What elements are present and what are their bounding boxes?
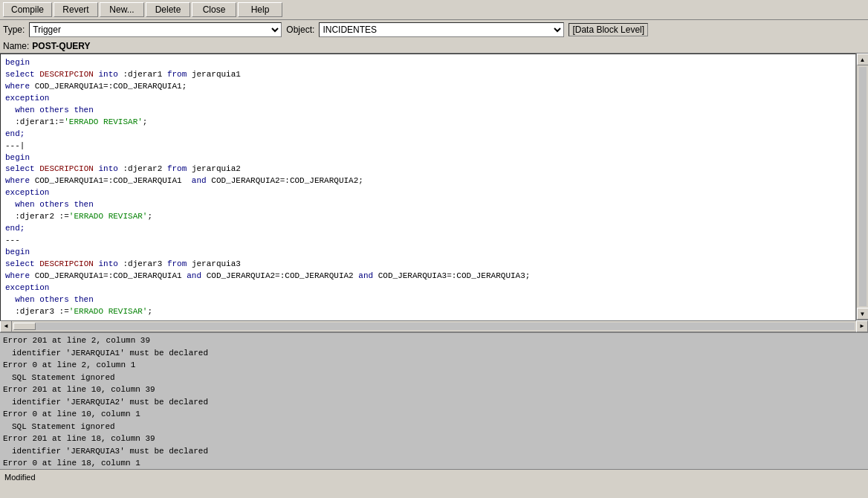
compile-button[interactable]: Compile: [3, 2, 52, 17]
scroll-left-arrow[interactable]: ◄: [0, 320, 12, 332]
error-detail: identifier 'JERARQUIA3' must be declared: [3, 445, 865, 458]
hscroll-track: [13, 323, 855, 330]
hscroll-thumb[interactable]: [13, 323, 36, 330]
delete-button[interactable]: Delete: [146, 2, 190, 17]
scroll-down-arrow[interactable]: ▼: [857, 308, 869, 320]
error-line: Error 0 at line 2, column 1: [3, 359, 865, 372]
error-detail: SQL Statement ignored: [3, 421, 865, 433]
vscroll-track: [859, 67, 867, 306]
type-label: Type:: [3, 25, 25, 35]
revert-button[interactable]: Revert: [54, 2, 98, 17]
close-button[interactable]: Close: [192, 2, 236, 17]
code-editor[interactable]: begin select DESCRIPCION into :djerar1 f…: [0, 54, 856, 321]
error-line: Error 201 at line 10, column 39: [3, 384, 865, 396]
error-line: Error 201 at line 2, column 39: [3, 334, 865, 347]
error-detail: identifier 'JERARQUIA2' must be declared: [3, 396, 865, 409]
error-line: Error 201 at line 18, column 39: [3, 433, 865, 445]
name-label: Name:: [3, 41, 29, 51]
new-button[interactable]: New...: [100, 2, 144, 17]
error-detail: SQL Statement ignored: [3, 372, 865, 384]
code-content: begin select DESCRIPCION into :djerar1 f…: [1, 54, 855, 320]
name-row: Name: POST-QUERY: [0, 39, 868, 54]
type-object-row: Type: Trigger Object: INCIDENTES [Data B…: [0, 20, 868, 39]
error-line: Error 0 at line 10, column 1: [3, 408, 865, 421]
object-select[interactable]: INCIDENTES: [319, 22, 564, 37]
scroll-right-arrow[interactable]: ►: [856, 320, 868, 332]
horizontal-scrollbar[interactable]: ◄ ►: [0, 320, 868, 332]
error-line: Error 0 at line 18, column 1: [3, 457, 865, 469]
toolbar: Compile Revert New... Delete Close Help: [0, 0, 868, 20]
type-select[interactable]: Trigger: [29, 22, 282, 37]
trigger-name: POST-QUERY: [32, 41, 90, 51]
status-bar: Modified: [0, 469, 868, 484]
object-label: Object:: [286, 25, 314, 35]
help-button[interactable]: Help: [238, 2, 282, 17]
vertical-scrollbar[interactable]: ▲ ▼: [856, 54, 868, 320]
error-detail: identifier 'JERARQUIA1' must be declared: [3, 347, 865, 360]
data-block-label: [Data Block Level]: [569, 23, 648, 36]
scroll-up-arrow[interactable]: ▲: [857, 54, 869, 65]
status-text: Modified: [4, 473, 36, 482]
editor-wrapper: begin select DESCRIPCION into :djerar1 f…: [0, 54, 868, 320]
error-panel: Error 201 at line 2, column 39 identifie…: [0, 332, 868, 469]
